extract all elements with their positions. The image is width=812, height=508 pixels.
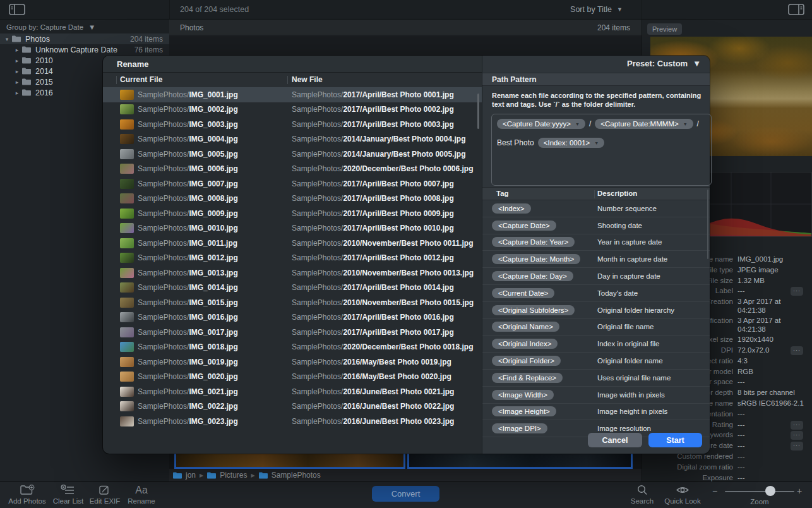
sidebar-toggle-icon[interactable] — [9, 4, 25, 15]
pattern-token-pill[interactable]: <Index: 0001>▼ — [538, 138, 604, 148]
file-row[interactable]: SamplePhotos/IMG_0014.jpg SamplePhotos/2… — [103, 281, 482, 296]
convert-button[interactable]: Convert — [372, 486, 439, 502]
tag-pill[interactable]: <Original Folder> — [492, 356, 561, 366]
folder-icon — [173, 472, 182, 479]
file-row[interactable]: SamplePhotos/IMG_0021.jpg SamplePhotos/2… — [103, 384, 482, 399]
file-row[interactable]: SamplePhotos/IMG_0005.jpg SamplePhotos/2… — [103, 147, 482, 162]
quick-look-button[interactable]: Quick Look — [662, 485, 703, 505]
tag-row[interactable]: <Image Width> Image width in pixels — [482, 387, 710, 404]
add-photos-button[interactable]: Add Photos — [8, 485, 47, 505]
file-row[interactable]: SamplePhotos/IMG_0022.jpg SamplePhotos/2… — [103, 399, 482, 414]
file-row[interactable]: SamplePhotos/IMG_0015.jpg SamplePhotos/2… — [103, 295, 482, 310]
new-file-path: SamplePhotos/2017/April/Best Photo 0007.… — [292, 179, 454, 188]
tag-pill[interactable]: <Original Subfolders> — [492, 305, 575, 315]
tag-row[interactable]: <Capture Date: Day> Day in capture date — [482, 268, 710, 285]
file-row[interactable]: SamplePhotos/IMG_0011.jpg SamplePhotos/2… — [103, 236, 482, 251]
cancel-button[interactable]: Cancel — [588, 433, 642, 447]
tag-table-scrollbar[interactable] — [707, 190, 708, 259]
tag-row[interactable]: <Capture Date: Month> Month in capture d… — [482, 251, 710, 268]
tag-pill[interactable]: <Original Name> — [492, 322, 559, 332]
pattern-editor[interactable]: <Capture Date:yyyy>▼/<Capture Date:MMMM>… — [491, 114, 712, 186]
file-row[interactable]: SamplePhotos/IMG_0020.jpg SamplePhotos/2… — [103, 370, 482, 385]
zoom-in-button[interactable]: + — [797, 486, 802, 496]
file-row[interactable]: SamplePhotos/IMG_0006.jpg SamplePhotos/2… — [103, 162, 482, 177]
tag-row[interactable]: <Original Subfolders> Original folder hi… — [482, 302, 710, 319]
sidebar-tree-item[interactable]: ▸ Unknown Capture Date 76 items — [0, 44, 169, 55]
metadata-row: Digital zoom ratio --- — [644, 463, 812, 474]
file-row[interactable]: SamplePhotos/IMG_0012.jpg SamplePhotos/2… — [103, 251, 482, 266]
metadata-edit-button[interactable]: ··· — [791, 442, 803, 451]
clear-list-button[interactable]: Clear List — [50, 485, 87, 505]
file-list-scrollbar[interactable] — [477, 94, 479, 129]
tag-row[interactable]: <Image Height> Image height in pixels — [482, 404, 710, 421]
sidebar-tree-item[interactable]: ▾ Photos 204 items — [0, 33, 169, 44]
pattern-token-pill[interactable]: <Capture Date:yyyy>▼ — [497, 119, 585, 129]
file-row[interactable]: SamplePhotos/IMG_0023.jpg SamplePhotos/2… — [103, 414, 482, 429]
breadcrumb-label: SamplePhotos — [272, 471, 321, 480]
file-row[interactable]: SamplePhotos/IMG_0016.jpg SamplePhotos/2… — [103, 310, 482, 325]
tag-pill[interactable]: <Original Index> — [492, 339, 558, 349]
edit-exif-button[interactable]: Edit EXIF — [88, 485, 121, 505]
preview-tab[interactable]: Preview — [647, 23, 682, 35]
disclosure-chevron-icon[interactable]: ▸ — [14, 68, 20, 75]
file-row[interactable]: SamplePhotos/IMG_0018.jpg SamplePhotos/2… — [103, 340, 482, 355]
tag-pill[interactable]: <Image Width> — [492, 390, 554, 400]
disclosure-chevron-icon[interactable]: ▸ — [14, 79, 20, 85]
zoom-out-button[interactable]: − — [712, 486, 717, 496]
file-row[interactable]: SamplePhotos/IMG_0003.jpg SamplePhotos/2… — [103, 117, 482, 132]
tag-pill[interactable]: <Image DPI> — [492, 423, 547, 433]
file-row[interactable]: SamplePhotos/IMG_0007.jpg SamplePhotos/2… — [103, 176, 482, 191]
tag-row[interactable]: <Current Date> Today's date — [482, 285, 710, 302]
tag-row[interactable]: <Original Folder> Original folder name — [482, 353, 710, 370]
metadata-edit-button[interactable]: ··· — [791, 346, 803, 355]
sort-by-dropdown[interactable]: Sort by Title ▼ — [570, 5, 623, 14]
preset-dropdown[interactable]: Preset: Custom ▼ — [627, 59, 701, 68]
pattern-token-pill[interactable]: <Capture Date:MMMM>▼ — [595, 119, 693, 129]
tag-row[interactable]: <Index> Number sequence — [482, 200, 710, 217]
file-row[interactable]: SamplePhotos/IMG_0002.jpg SamplePhotos/2… — [103, 102, 482, 118]
start-button[interactable]: Start — [648, 433, 702, 447]
tag-pill[interactable]: <Image Height> — [492, 406, 556, 416]
tag-pill[interactable]: <Capture Date: Month> — [492, 254, 580, 264]
file-row[interactable]: SamplePhotos/IMG_0013.jpg SamplePhotos/2… — [103, 265, 482, 281]
tag-row[interactable]: <Original Index> Index in original file — [482, 336, 710, 353]
breadcrumb-item[interactable]: jon — [173, 471, 196, 480]
file-row[interactable]: SamplePhotos/IMG_0008.jpg SamplePhotos/2… — [103, 191, 482, 207]
breadcrumb-item[interactable]: Pictures — [207, 471, 247, 480]
quick-look-label: Quick Look — [664, 497, 701, 505]
breadcrumb-item[interactable]: SamplePhotos — [259, 471, 321, 480]
zoom-slider-knob[interactable] — [765, 486, 775, 496]
zoom-slider-track[interactable] — [725, 491, 794, 492]
disclosure-chevron-icon[interactable]: ▸ — [14, 47, 20, 53]
rename-aa-icon: Aa — [135, 485, 148, 495]
tag-row[interactable]: <Original Name> Original file name — [482, 319, 710, 336]
breadcrumb-label: Pictures — [220, 471, 247, 480]
file-row[interactable]: SamplePhotos/IMG_0019.jpg SamplePhotos/2… — [103, 354, 482, 370]
file-row[interactable]: SamplePhotos/IMG_0001.jpg SamplePhotos/2… — [103, 87, 482, 102]
panel-toggle-icon[interactable] — [788, 4, 804, 15]
disclosure-chevron-icon[interactable]: ▸ — [14, 57, 20, 64]
metadata-edit-button[interactable]: ··· — [791, 421, 803, 430]
tag-pill[interactable]: <Capture Date> — [492, 221, 556, 231]
photo-thumbnail — [120, 342, 134, 352]
disclosure-chevron-icon[interactable]: ▾ — [4, 36, 10, 42]
tag-pill[interactable]: <Capture Date: Day> — [492, 271, 573, 281]
tag-pill[interactable]: <Current Date> — [492, 288, 554, 298]
search-button[interactable]: Search — [625, 485, 659, 505]
tag-row[interactable]: <Capture Date: Year> Year in capture dat… — [482, 234, 710, 251]
tag-row[interactable]: <Find & Replace> Uses original file name — [482, 370, 710, 387]
file-row[interactable]: SamplePhotos/IMG_0009.jpg SamplePhotos/2… — [103, 206, 482, 221]
metadata-edit-button[interactable]: ··· — [791, 287, 803, 296]
file-row[interactable]: SamplePhotos/IMG_0017.jpg SamplePhotos/2… — [103, 325, 482, 340]
disclosure-chevron-icon[interactable]: ▸ — [14, 90, 20, 96]
metadata-edit-button[interactable]: ··· — [791, 431, 803, 440]
tag-description: Original folder name — [597, 357, 663, 365]
tag-pill[interactable]: <Find & Replace> — [492, 373, 563, 383]
rename-button[interactable]: Aa Rename — [125, 485, 158, 505]
tag-row[interactable]: <Capture Date> Shooting date — [482, 217, 710, 234]
file-row[interactable]: SamplePhotos/IMG_0010.jpg SamplePhotos/2… — [103, 221, 482, 236]
file-row[interactable]: SamplePhotos/IMG_0004.jpg SamplePhotos/2… — [103, 132, 482, 147]
group-by-control[interactable]: Group by: Capture Date ▼ — [0, 20, 176, 35]
tag-pill[interactable]: <Index> — [492, 203, 531, 214]
tag-pill[interactable]: <Capture Date: Year> — [492, 237, 575, 247]
